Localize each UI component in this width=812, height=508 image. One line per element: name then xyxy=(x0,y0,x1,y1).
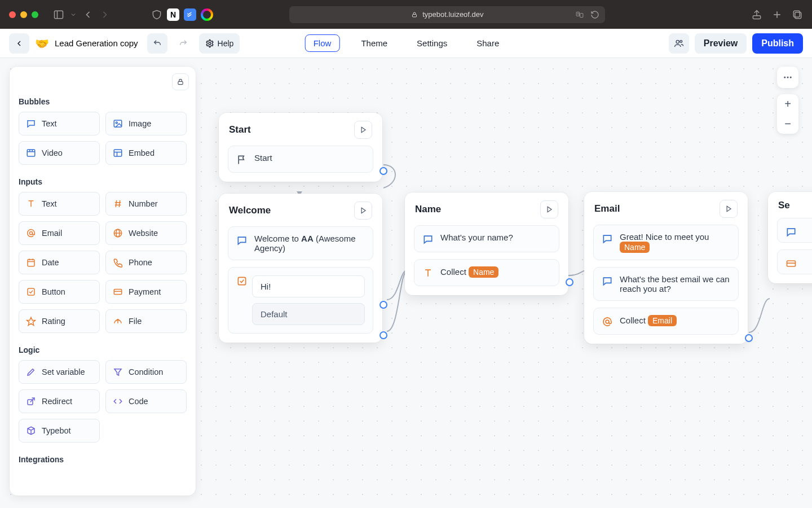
bot-name[interactable]: Lead Generation copy xyxy=(55,38,138,48)
globe-icon xyxy=(113,228,123,238)
sidebar-toggle-icon[interactable] xyxy=(53,9,64,20)
browser-chrome: N typebot.luizeof.dev xyxy=(0,0,812,29)
publish-button[interactable]: Publish xyxy=(752,33,803,54)
tab-theme[interactable]: Theme xyxy=(353,35,395,51)
zoom-out-button[interactable]: − xyxy=(777,114,798,134)
start-row[interactable]: Start xyxy=(228,146,373,173)
block-website-input[interactable]: Website xyxy=(105,221,187,245)
at-icon xyxy=(602,316,613,327)
block-condition[interactable]: Condition xyxy=(105,360,187,384)
node-welcome-play-button[interactable] xyxy=(354,202,372,220)
block-typebot[interactable]: Typebot xyxy=(19,419,100,443)
svg-rect-34 xyxy=(28,260,34,266)
block-file-input[interactable]: File xyxy=(105,309,187,333)
welcome-text-row[interactable]: Welcome to AA (Awesome Agency) xyxy=(228,226,373,260)
maximize-window-icon[interactable] xyxy=(32,11,38,18)
block-video-bubble[interactable]: Video xyxy=(19,141,100,165)
email-greet-row[interactable]: Great! Nice to meet you Name xyxy=(593,225,739,260)
tabs-overview-icon[interactable] xyxy=(792,9,803,20)
node-start-play-button[interactable] xyxy=(354,121,372,139)
star-icon xyxy=(26,316,36,326)
translate-icon[interactable] xyxy=(575,11,585,19)
node-name-play-button[interactable] xyxy=(540,200,558,218)
welcome-buttons-row[interactable]: Hi! Default xyxy=(228,267,373,334)
port-email-out[interactable] xyxy=(745,334,753,342)
block-embed-bubble[interactable]: Embed xyxy=(105,141,187,165)
chat-icon xyxy=(236,235,248,246)
nav-forward-icon xyxy=(99,9,111,20)
name-ask-row[interactable]: What's your name? xyxy=(414,225,559,252)
share-icon[interactable] xyxy=(751,9,762,20)
email-ask-row[interactable]: What's the best email we can reach you a… xyxy=(593,267,739,301)
name-collect-row[interactable]: Collect Name xyxy=(414,259,559,286)
svg-point-10 xyxy=(209,42,211,45)
welcome-opt-default[interactable]: Default xyxy=(252,303,365,325)
nav-back-icon[interactable] xyxy=(82,9,94,20)
block-redirect[interactable]: Redirect xyxy=(19,389,100,413)
flow-canvas[interactable]: + − Bubbles Text Image Video Embed Input… xyxy=(0,58,812,508)
chevron-down-icon[interactable] xyxy=(70,9,77,20)
help-button[interactable]: Help xyxy=(199,33,240,54)
port-welcome-out-2[interactable] xyxy=(379,331,387,339)
block-code[interactable]: Code xyxy=(105,389,187,413)
block-text-input[interactable]: Text xyxy=(19,192,100,216)
url-bar[interactable]: typebot.luizeof.dev xyxy=(289,6,605,23)
port-welcome-out-1[interactable] xyxy=(379,301,387,309)
node-email-play-button[interactable] xyxy=(720,200,738,218)
text-t-icon xyxy=(26,199,36,209)
back-button[interactable] xyxy=(9,33,29,54)
port-start-out[interactable] xyxy=(379,167,387,175)
node-welcome[interactable]: Welcome Welcome to AA (Awesome Agency) H… xyxy=(219,194,382,343)
svg-rect-4 xyxy=(580,13,583,17)
users-icon xyxy=(674,38,684,49)
new-tab-icon[interactable] xyxy=(771,9,783,20)
reload-icon[interactable] xyxy=(590,10,599,19)
block-set-variable[interactable]: Set variable xyxy=(19,360,100,384)
block-rating-input[interactable]: Rating xyxy=(19,309,100,333)
block-email-input[interactable]: Email xyxy=(19,221,100,245)
hash-icon xyxy=(113,199,123,209)
minimize-window-icon[interactable] xyxy=(20,11,27,18)
canvas-more-button[interactable] xyxy=(777,67,798,88)
email-var-chip: Email xyxy=(648,315,677,326)
peek-row-1[interactable] xyxy=(777,218,812,243)
block-phone-input[interactable]: Phone xyxy=(105,251,187,274)
port-name-out[interactable] xyxy=(566,278,573,286)
undo-button[interactable] xyxy=(147,33,167,54)
image-icon xyxy=(113,119,123,129)
external-link-icon xyxy=(26,396,36,406)
zoom-in-button[interactable]: + xyxy=(777,94,798,114)
tab-share[interactable]: Share xyxy=(469,35,507,51)
bot-emoji[interactable]: 🤝 xyxy=(35,37,49,50)
node-peek[interactable]: Se xyxy=(768,192,812,283)
block-button-input[interactable]: Button xyxy=(19,280,100,304)
svg-point-18 xyxy=(116,122,117,124)
block-payment-input[interactable]: Payment xyxy=(105,280,187,304)
welcome-opt-hi[interactable]: Hi! xyxy=(252,275,365,297)
tab-settings[interactable]: Settings xyxy=(409,35,455,51)
email-ask-text: What's the best email we can reach you a… xyxy=(620,274,730,294)
block-number-input[interactable]: Number xyxy=(105,192,187,216)
url-text: typebot.luizeof.dev xyxy=(422,10,483,19)
close-window-icon[interactable] xyxy=(9,11,16,18)
chat-icon xyxy=(785,226,797,238)
node-start[interactable]: Start Start xyxy=(219,113,382,182)
block-date-input[interactable]: Date xyxy=(19,251,100,274)
svg-point-50 xyxy=(606,320,609,323)
preview-button[interactable]: Preview xyxy=(695,33,747,54)
zoom-controls: + − xyxy=(777,94,798,134)
svg-line-29 xyxy=(119,200,120,207)
peek-row-2[interactable] xyxy=(777,249,812,274)
todoist-extension-icon[interactable] xyxy=(184,8,196,21)
tab-flow[interactable]: Flow xyxy=(305,34,340,52)
node-name[interactable]: Name What's your name? Collect Name xyxy=(405,192,568,295)
block-image-bubble[interactable]: Image xyxy=(105,112,187,135)
block-text-bubble[interactable]: Text xyxy=(19,112,100,135)
node-email[interactable]: Email Great! Nice to meet you Name What'… xyxy=(584,192,748,344)
lock-sidebar-button[interactable] xyxy=(172,73,189,90)
email-collect-row[interactable]: Collect Email xyxy=(593,308,739,335)
collaborators-button[interactable] xyxy=(669,33,689,54)
notion-extension-icon[interactable]: N xyxy=(167,8,179,21)
rainbow-extension-icon[interactable] xyxy=(201,8,213,21)
shield-icon[interactable] xyxy=(151,9,162,20)
